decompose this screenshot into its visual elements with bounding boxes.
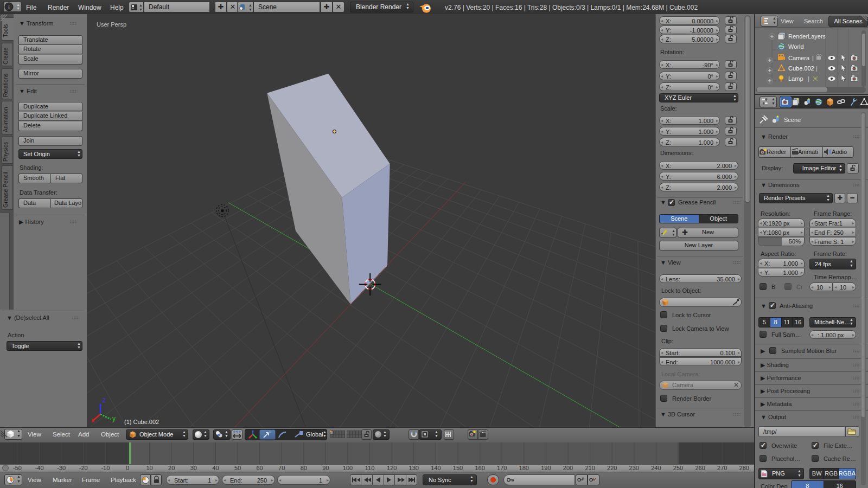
svg-text:World: World — [788, 43, 804, 50]
svg-text:190: 190 — [541, 465, 551, 471]
svg-text:150: 150 — [453, 465, 463, 471]
svg-text:80: 80 — [301, 465, 307, 471]
svg-text:z: z — [103, 396, 106, 404]
svg-text:270: 270 — [717, 465, 727, 471]
svg-text:-50: -50 — [13, 465, 22, 471]
svg-text:130: 130 — [409, 465, 419, 471]
svg-text:170: 170 — [497, 465, 507, 471]
svg-text:Cube.002: Cube.002 — [788, 65, 814, 72]
svg-text:-20: -20 — [79, 465, 88, 471]
svg-text:0: 0 — [126, 465, 129, 471]
svg-text:|: | — [816, 65, 818, 72]
svg-text:i: i — [8, 4, 10, 10]
svg-text:|: | — [812, 55, 814, 61]
svg-text:50: 50 — [234, 465, 241, 471]
svg-text:200: 200 — [563, 465, 573, 471]
svg-text:-40: -40 — [35, 465, 44, 471]
svg-text:110: 110 — [365, 465, 375, 471]
svg-text:User Persp: User Persp — [97, 21, 126, 28]
svg-text:60: 60 — [256, 465, 263, 471]
svg-text:120: 120 — [387, 465, 397, 471]
svg-text:-10: -10 — [101, 465, 110, 471]
svg-text:220: 220 — [607, 465, 617, 471]
svg-text:250: 250 — [673, 465, 683, 471]
svg-text:280: 280 — [739, 465, 749, 471]
svg-text:20: 20 — [168, 465, 175, 471]
svg-text:140: 140 — [431, 465, 441, 471]
svg-text:RenderLayers: RenderLayers — [788, 33, 826, 40]
svg-text:90: 90 — [322, 465, 329, 471]
svg-text:Camera: Camera — [788, 55, 810, 61]
svg-text:70: 70 — [278, 465, 285, 471]
svg-text:100: 100 — [343, 465, 353, 471]
svg-text:-30: -30 — [57, 465, 66, 471]
svg-text:180: 180 — [519, 465, 529, 471]
svg-text:x: x — [91, 416, 94, 424]
svg-text:y: y — [112, 415, 116, 422]
svg-text:10: 10 — [146, 465, 152, 471]
svg-text:260: 260 — [695, 465, 705, 471]
svg-text:(1) Cube.002: (1) Cube.002 — [124, 419, 159, 425]
svg-text:210: 210 — [585, 465, 595, 471]
svg-text:230: 230 — [629, 465, 639, 471]
svg-text:|: | — [808, 75, 809, 82]
svg-text:160: 160 — [475, 465, 484, 471]
svg-text:40: 40 — [212, 465, 219, 471]
svg-text:Lamp: Lamp — [788, 75, 803, 82]
svg-text:30: 30 — [190, 465, 197, 471]
svg-text:240: 240 — [651, 465, 661, 471]
